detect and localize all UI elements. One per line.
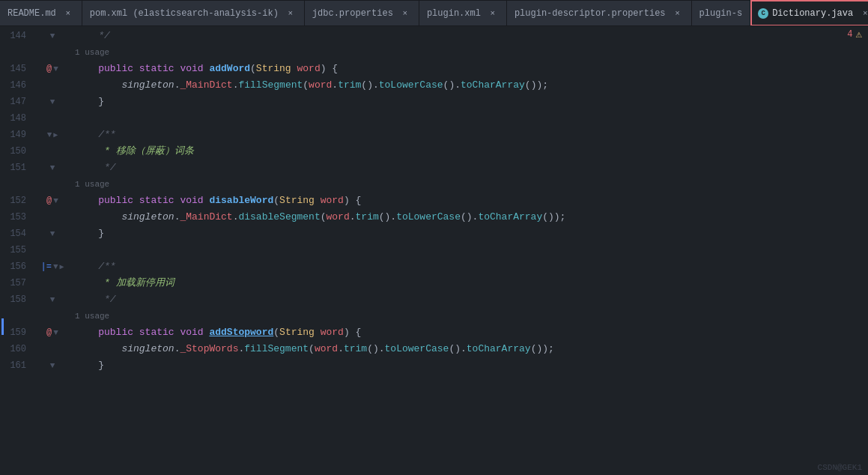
line-number-157: 157 xyxy=(0,275,34,291)
table-row: 152 @ ▼ public static void disableWord(S… xyxy=(0,193,868,209)
gutter-144: ▼ xyxy=(34,31,71,40)
tab-plugin-s-label: plugin-s xyxy=(699,8,743,19)
tab-dictionary-close[interactable]: × xyxy=(859,7,868,19)
line-number-146: 146 xyxy=(0,77,34,94)
warning-icon: ⚠ xyxy=(856,28,862,40)
line-number-148: 148 xyxy=(0,110,34,127)
line-number-154: 154 xyxy=(0,226,34,242)
tab-plugin-desc-close[interactable]: × xyxy=(672,7,684,19)
table-row: 151 ▼ */ xyxy=(0,160,868,176)
at-icon-152: @ xyxy=(46,196,52,206)
tab-plugin[interactable]: plugin.xml × xyxy=(419,0,507,26)
code-157: * 加载新停用词 xyxy=(71,275,868,291)
list-item: 1 usage xyxy=(0,44,868,61)
line-number: 144 xyxy=(0,28,34,44)
fold-icon-151[interactable]: ▼ xyxy=(50,163,55,172)
line-number-145: 145 xyxy=(0,61,34,77)
fold-icon[interactable]: ▼ xyxy=(50,31,55,40)
code-161: } xyxy=(71,357,868,374)
gutter-151: ▼ xyxy=(34,163,71,172)
code-145: public static void addWord(String word) … xyxy=(71,61,868,77)
editor-area: 4 ⚠ 144 ▼ */ 1 usage 145 @ ▼ pub xyxy=(0,26,868,475)
table-row: 148 xyxy=(0,110,868,127)
code-151: */ xyxy=(71,160,868,176)
gutter-154: ▼ xyxy=(34,229,71,238)
code-156: /** xyxy=(71,258,868,275)
code-159: public static void addStopword(String wo… xyxy=(71,324,868,341)
tab-plugin-label: plugin.xml xyxy=(427,8,481,19)
tab-jdbc-close[interactable]: × xyxy=(399,7,411,19)
tab-readme-close[interactable]: × xyxy=(62,7,74,19)
fold-icon-149[interactable]: ▼ xyxy=(47,130,52,139)
table-row: 149 ▼ ▶ /** xyxy=(0,127,868,143)
table-row: 147 ▼ } xyxy=(0,94,868,110)
tab-readme[interactable]: README.md × xyxy=(0,0,82,26)
tab-plugin-s[interactable]: plugin-s xyxy=(692,0,751,26)
tab-bar: README.md × pom.xml (elasticsearch-analy… xyxy=(0,0,868,26)
fold-icon-161[interactable]: ▼ xyxy=(50,361,55,370)
code-152: public static void disableWord(String wo… xyxy=(71,193,868,209)
line-number-150: 150 xyxy=(0,143,34,160)
gutter-145: @ ▼ xyxy=(34,64,71,74)
code-container: 144 ▼ */ 1 usage 145 @ ▼ public static v… xyxy=(0,26,868,475)
gutter-161: ▼ xyxy=(34,361,71,370)
code-149: /** xyxy=(71,127,868,143)
tab-jdbc[interactable]: jdbc.properties × xyxy=(305,0,419,26)
tab-plugin-close[interactable]: × xyxy=(487,7,499,19)
arrow-icon-156: ▶ xyxy=(59,262,64,271)
code-147: } xyxy=(71,94,868,110)
watermark: CSDN@GEK1 xyxy=(818,463,862,472)
fold-icon-159[interactable]: ▼ xyxy=(53,328,58,337)
gutter-152: @ ▼ xyxy=(34,196,71,206)
usage-hint-3: 1 usage xyxy=(71,309,109,324)
fold-icon-158[interactable]: ▼ xyxy=(50,295,55,304)
tab-plugin-desc[interactable]: plugin-descriptor.properties × xyxy=(507,0,692,26)
line-number-151: 151 xyxy=(0,160,34,176)
line-number-152: 152 xyxy=(0,193,34,209)
line-number-159: 159 xyxy=(0,324,34,341)
tab-jdbc-label: jdbc.properties xyxy=(312,8,393,19)
code-158: */ xyxy=(71,291,868,308)
tab-pom-label: pom.xml (elasticsearch-analysis-ik) xyxy=(90,8,279,19)
tab-readme-label: README.md xyxy=(7,8,56,19)
at-icon-145: @ xyxy=(46,64,52,74)
gutter-147: ▼ xyxy=(34,97,71,106)
fold-icon-147[interactable]: ▼ xyxy=(50,97,55,106)
dictionary-icon: C xyxy=(758,8,768,19)
tab-dictionary[interactable]: C Dictionary.java × xyxy=(750,0,868,26)
gutter-159: @ ▼ xyxy=(34,327,71,338)
fold-icon-156[interactable]: ▼ xyxy=(53,262,58,271)
fold-icon-145[interactable]: ▼ xyxy=(53,64,58,73)
line-number-158: 158 xyxy=(0,291,34,308)
line-number-147: 147 xyxy=(0,94,34,110)
line-number-161: 161 xyxy=(0,357,34,374)
code-153: singleton._MainDict.disableSegment(word.… xyxy=(71,209,868,226)
table-row: 157 * 加载新停用词 xyxy=(0,275,868,291)
list-item: 1 usage xyxy=(0,176,868,193)
table-row: 150 * 移除（屏蔽）词条 xyxy=(0,143,868,160)
table-row: 145 @ ▼ public static void addWord(Strin… xyxy=(0,61,868,77)
table-row: 156 |= ▼ ▶ /** xyxy=(0,258,868,275)
list-item: 1 usage xyxy=(0,308,868,324)
arrow-icon-149: ▶ xyxy=(53,130,58,139)
line-number-149: 149 xyxy=(0,127,34,143)
usage-hint-1: 1 usage xyxy=(71,45,109,60)
line-number-156: 156 xyxy=(0,258,34,275)
fold-icon-152[interactable]: ▼ xyxy=(53,196,58,205)
error-count: 4 xyxy=(847,29,852,40)
code-146: singleton._MainDict.fillSegment(word.tri… xyxy=(71,77,868,94)
at-icon-159: @ xyxy=(46,327,52,338)
tab-pom[interactable]: pom.xml (elasticsearch-analysis-ik) × xyxy=(82,0,305,26)
table-row: 153 singleton._MainDict.disableSegment(w… xyxy=(0,209,868,226)
gutter-156: |= ▼ ▶ xyxy=(34,261,71,272)
table-row: 144 ▼ */ xyxy=(0,28,868,44)
table-row: 155 xyxy=(0,242,868,258)
tab-pom-close[interactable]: × xyxy=(285,7,297,19)
usage-hint-2: 1 usage xyxy=(71,177,109,192)
line-number-160: 160 xyxy=(0,341,34,357)
gutter-149: ▼ ▶ xyxy=(34,130,71,139)
table-row: 160 singleton._StopWords.fillSegment(wor… xyxy=(0,341,868,357)
fold-icon-154[interactable]: ▼ xyxy=(50,229,55,238)
tab-plugin-desc-label: plugin-descriptor.properties xyxy=(515,8,666,19)
format-icon-156: |= xyxy=(40,261,51,272)
